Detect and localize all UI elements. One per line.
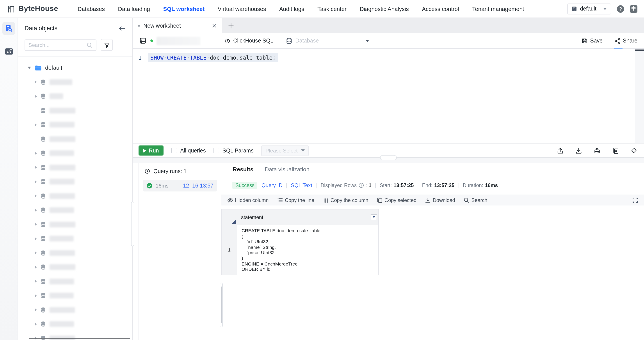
run-button[interactable]: Run — [138, 145, 164, 156]
tree-item[interactable] — [18, 274, 132, 289]
tree-item[interactable] — [18, 132, 132, 146]
collapse-arrow-icon[interactable] — [118, 25, 126, 31]
copy-column-button[interactable]: Copy the column — [323, 197, 368, 203]
statement-column-header[interactable]: statement — [237, 209, 379, 225]
warehouse-name-redacted[interactable] — [156, 36, 200, 45]
copy-selected-button[interactable]: Copy selected — [376, 197, 416, 203]
tree-item[interactable] — [18, 118, 132, 132]
import-button[interactable] — [557, 147, 564, 154]
tree-item[interactable] — [18, 217, 132, 232]
clear-button[interactable] — [630, 147, 638, 154]
tree-item[interactable] — [18, 232, 132, 246]
tree-item[interactable] — [18, 103, 132, 118]
sql-editor[interactable]: 1 SHOW·CREATE·TABLE·doc_demo.sale_table; — [133, 49, 644, 143]
download-results-button[interactable]: Download — [425, 197, 455, 203]
horizontal-splitter[interactable] — [133, 157, 644, 163]
all-queries-checkbox[interactable] — [172, 148, 177, 153]
info-icon[interactable] — [358, 183, 364, 188]
save-button[interactable]: Save — [581, 37, 602, 44]
rail-worksheet-button[interactable] — [2, 45, 15, 58]
all-queries-checkbox-group[interactable]: All queries — [172, 147, 206, 154]
chevron-down-icon[interactable] — [28, 67, 31, 69]
tree-item[interactable] — [18, 89, 132, 103]
nav-virtual-warehouses[interactable]: Virtual warehouses — [218, 5, 266, 12]
chevron-right-icon[interactable] — [35, 280, 37, 283]
tab-new-worksheet[interactable]: New worksheet — [133, 18, 222, 33]
sidebar-scrollbar[interactable] — [29, 338, 130, 339]
tree-item[interactable] — [18, 75, 132, 89]
row-number-cell[interactable]: 1 — [222, 225, 237, 275]
nav-diagnostic-analysis[interactable]: Diagnostic Analysis — [360, 5, 409, 12]
params-select[interactable]: Please Select — [262, 145, 309, 156]
tree-item[interactable] — [18, 260, 132, 274]
tree-item[interactable] — [18, 146, 132, 160]
query-run-item[interactable]: 16ms 12–16 13:57 — [143, 180, 217, 191]
chevron-right-icon[interactable] — [35, 266, 37, 269]
hidden-column-button[interactable]: Hidden column — [227, 197, 268, 203]
sidebar-drag-handle[interactable] — [131, 202, 134, 246]
tree-item[interactable] — [18, 317, 132, 331]
export-button[interactable] — [575, 147, 582, 154]
chevron-right-icon[interactable] — [35, 166, 37, 169]
copy-all-button[interactable] — [612, 147, 619, 154]
new-tab-button[interactable] — [222, 18, 240, 33]
close-tab-button[interactable] — [212, 23, 216, 28]
tab-results[interactable]: Results — [233, 166, 254, 173]
editor-minimap[interactable] — [635, 49, 644, 143]
tab-data-visualization[interactable]: Data visualization — [265, 166, 310, 173]
nav-databases[interactable]: Databases — [78, 5, 105, 12]
brand[interactable]: ByteHouse — [6, 4, 78, 13]
database-selector[interactable]: Database — [286, 37, 369, 44]
tree-root-default[interactable]: default — [18, 60, 132, 75]
nav-audit-logs[interactable]: Audit logs — [279, 5, 304, 12]
chevron-right-icon[interactable] — [35, 123, 37, 127]
sql-code-line[interactable]: SHOW·CREATE·TABLE·doc_demo.sale_table; — [148, 53, 278, 62]
filter-button[interactable] — [101, 39, 113, 51]
search-results-button[interactable]: Search — [464, 197, 487, 203]
tenant-selector[interactable]: default — [567, 3, 611, 14]
nav-task-center[interactable]: Task center — [318, 5, 346, 12]
sql-params-checkbox[interactable] — [214, 148, 220, 153]
query-time-link[interactable]: 12–16 13:57 — [183, 182, 214, 189]
search-input[interactable] — [28, 42, 86, 48]
splitter-drag-handle[interactable] — [380, 155, 397, 160]
tree-item[interactable] — [18, 246, 132, 260]
share-button[interactable]: Share — [614, 37, 638, 44]
statement-cell[interactable]: CREATE TABLE doc_demo.sale_table ( `id` … — [237, 225, 379, 275]
nav-data-loading[interactable]: Data loading — [118, 5, 150, 12]
query-id-link[interactable]: Query ID — [262, 182, 282, 188]
chevron-right-icon[interactable] — [35, 251, 37, 255]
tree-item[interactable] — [18, 160, 132, 175]
nav-access-control[interactable]: Access control — [422, 5, 459, 12]
chevron-right-icon[interactable] — [35, 308, 37, 312]
nav-sql-worksheet[interactable]: SQL worksheet — [163, 5, 204, 12]
chevron-right-icon[interactable] — [35, 223, 37, 226]
rail-data-objects-button[interactable] — [2, 22, 15, 35]
chevron-right-icon[interactable] — [35, 180, 37, 184]
help-button[interactable]: ? — [617, 5, 624, 12]
select-all-cell[interactable] — [222, 209, 237, 225]
tree-item[interactable] — [18, 189, 132, 203]
chevron-right-icon[interactable] — [35, 194, 37, 198]
fullscreen-button[interactable] — [632, 197, 638, 203]
tree-item[interactable] — [18, 289, 132, 303]
chevron-right-icon[interactable] — [35, 237, 37, 241]
copy-line-button[interactable]: Copy the line — [277, 197, 314, 203]
tree-item[interactable] — [18, 175, 132, 189]
chevron-right-icon[interactable] — [35, 294, 37, 298]
tree-item[interactable] — [18, 203, 132, 217]
chevron-right-icon[interactable] — [35, 95, 37, 98]
tree-item[interactable] — [18, 303, 132, 317]
sql-text-link[interactable]: SQL Text — [291, 182, 312, 188]
format-button[interactable] — [594, 147, 600, 154]
sql-dialect-selector[interactable]: ClickHouse SQL — [224, 37, 273, 44]
chevron-right-icon[interactable] — [35, 80, 37, 84]
query-runs-drag-handle[interactable] — [220, 283, 223, 327]
sql-params-checkbox-group[interactable]: SQL Params — [214, 147, 254, 154]
chevron-right-icon[interactable] — [35, 323, 37, 326]
language-switch-button[interactable]: 中 — [630, 5, 638, 12]
chevron-right-icon[interactable] — [35, 209, 37, 212]
select-all-triangle-icon[interactable] — [232, 220, 236, 224]
column-filter-button[interactable] — [371, 214, 377, 220]
chevron-right-icon[interactable] — [35, 152, 37, 155]
